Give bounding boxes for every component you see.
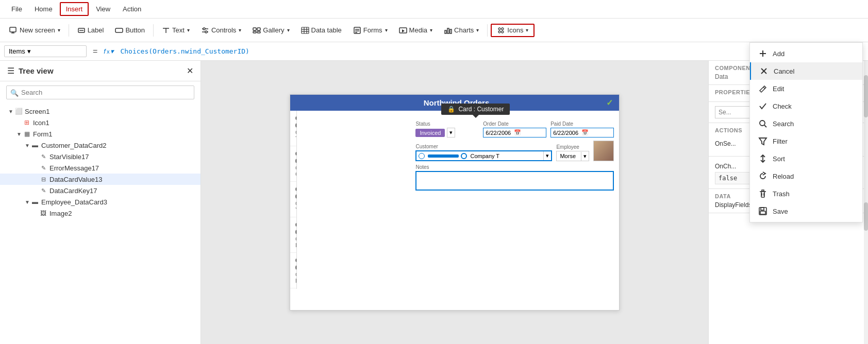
new-screen-chevron: ▾ bbox=[58, 27, 60, 33]
employee-dropdown-arrow[interactable]: ▾ bbox=[581, 152, 589, 161]
order-0933[interactable]: Order 0933 Company A New $ 736.00 › bbox=[290, 288, 297, 289]
separator-3 bbox=[487, 24, 488, 37]
reload-icon bbox=[758, 171, 767, 181]
controls-button[interactable]: Controls ▾ bbox=[196, 24, 246, 37]
dropdown-filter[interactable]: Filter bbox=[750, 132, 862, 150]
data-table-button[interactable]: Data table bbox=[296, 24, 347, 37]
gallery-button[interactable]: Gallery ▾ bbox=[247, 24, 294, 37]
tree-item-customer-datacard2[interactable]: ▼ ▬ Customer_DataCard2 bbox=[0, 140, 201, 151]
forms-button[interactable]: Forms ▾ bbox=[348, 24, 393, 37]
equals-sign: = bbox=[91, 47, 99, 56]
property-dropdown[interactable]: Items ▾ bbox=[4, 45, 87, 57]
right-panel-scrollbar[interactable] bbox=[864, 61, 868, 344]
menu-action[interactable]: Action bbox=[118, 3, 146, 15]
svg-rect-47 bbox=[760, 211, 765, 214]
separator-1 bbox=[69, 24, 69, 37]
calendar-icon-order: 📅 bbox=[514, 129, 521, 136]
dropdown-edit[interactable]: Edit bbox=[750, 80, 862, 97]
employee-datacard3-icon: ▬ bbox=[31, 198, 39, 206]
customer-datacard2-icon: ▬ bbox=[31, 141, 39, 149]
edit-icon bbox=[758, 84, 767, 93]
menu-view[interactable]: View bbox=[91, 3, 115, 15]
text-chevron: ▾ bbox=[187, 27, 190, 33]
main-layout: ☰ Tree view ✕ 🔍 ▼ ⬜ Screen1 ▼ ⊞ Icon1 bbox=[0, 61, 868, 344]
tree-label-icon1: Icon1 bbox=[33, 119, 49, 127]
lock-icon: 🔒 bbox=[447, 106, 455, 113]
menubar: File Home Insert View Action bbox=[0, 0, 868, 19]
button-button[interactable]: Button bbox=[110, 24, 150, 37]
icons-dropdown: Add Cancel Edit Check Search Filter bbox=[749, 42, 863, 222]
svg-point-30 bbox=[502, 28, 504, 30]
tree-label-customer-datacard2: Customer_DataCard2 bbox=[41, 142, 106, 149]
dropdown-cancel[interactable]: Cancel bbox=[750, 62, 862, 80]
customer-dropdown-arrow[interactable]: ▾ bbox=[543, 151, 551, 160]
order-0937[interactable]: Order 0937 Company CC Closed $ 3,810.00 … bbox=[290, 146, 297, 182]
menu-file[interactable]: File bbox=[6, 3, 27, 15]
screen-icon: ⬜ bbox=[14, 107, 23, 115]
customer-label: Customer bbox=[415, 144, 552, 149]
menu-home[interactable]: Home bbox=[29, 3, 58, 15]
scrollbar-thumb-bottom bbox=[864, 202, 868, 231]
order-date-field[interactable]: 6/22/2006 📅 bbox=[483, 128, 546, 137]
tree-item-starvisible17[interactable]: ▼ ✎ StarVisible17 bbox=[0, 151, 201, 162]
charts-button[interactable]: Charts ▾ bbox=[439, 24, 484, 37]
order-0934[interactable]: Order 0934 Company BB Closed $ 230.00 › bbox=[290, 253, 297, 288]
tree-item-screen1[interactable]: ▼ ⬜ Screen1 bbox=[0, 106, 201, 117]
tree-item-icon1[interactable]: ▼ ⊞ Icon1 bbox=[0, 117, 201, 128]
tree-label-employee-datacard3: Employee_DataCard3 bbox=[41, 198, 107, 206]
radio-off bbox=[419, 153, 425, 159]
menu-insert[interactable]: Insert bbox=[60, 2, 89, 16]
dropdown-trash[interactable]: Trash bbox=[750, 185, 862, 202]
text-button[interactable]: Text ▾ bbox=[157, 24, 195, 37]
svg-point-38 bbox=[760, 121, 765, 126]
svg-line-37 bbox=[763, 87, 765, 89]
icons-icon bbox=[497, 26, 505, 35]
order-0936[interactable]: Order 0936 Company Y Invoiced $ 1,170.00… bbox=[290, 182, 297, 217]
tree-arrow-employee-datacard3: ▼ bbox=[25, 199, 31, 205]
sidebar-header: ☰ Tree view ✕ bbox=[0, 61, 201, 81]
tree-item-datacardvalue13[interactable]: ▼ ⊟ DataCardValue13 bbox=[0, 174, 201, 185]
dropdown-trash-label: Trash bbox=[773, 190, 790, 198]
tree-item-datacardkey17[interactable]: ▼ ✎ DataCardKey17 bbox=[0, 185, 201, 196]
dropdown-check[interactable]: Check bbox=[750, 97, 862, 115]
tree-item-errormessage17[interactable]: ▼ ✎ ErrorMessage17 bbox=[0, 162, 201, 174]
slider-thumb bbox=[461, 153, 467, 159]
sidebar-close-button[interactable]: ✕ bbox=[187, 66, 193, 76]
new-screen-button[interactable]: New screen ▾ bbox=[4, 24, 65, 37]
dropdown-sort[interactable]: Sort bbox=[750, 150, 862, 167]
notes-input[interactable] bbox=[415, 171, 614, 191]
media-button[interactable]: Media ▾ bbox=[394, 24, 438, 37]
fx-label: f bbox=[104, 47, 106, 55]
tree-item-image2[interactable]: ▼ 🖼 Image2 bbox=[0, 208, 201, 219]
svg-line-39 bbox=[764, 125, 766, 127]
order-0935[interactable]: Order 0935 Company I Shipped $ 606.50 › bbox=[290, 217, 297, 253]
tree-arrow-screen1: ▼ bbox=[8, 109, 14, 114]
property-label: Items bbox=[9, 47, 25, 55]
fx-button[interactable]: fx ▾ bbox=[104, 47, 114, 55]
dropdown-add[interactable]: Add bbox=[750, 45, 862, 62]
tree-item-employee-datacard3[interactable]: ▼ ▬ Employee_DataCard3 bbox=[0, 196, 201, 208]
dropdown-search[interactable]: Search bbox=[750, 115, 862, 132]
icons-button[interactable]: Icons ▾ bbox=[491, 24, 535, 37]
svg-rect-28 bbox=[450, 29, 452, 33]
controls-icon bbox=[201, 26, 209, 35]
dropdown-save[interactable]: Save bbox=[750, 202, 862, 220]
order-0938[interactable]: Order 0938 ⚠ Company T Shipped $ 2,870.0… bbox=[290, 111, 297, 146]
svg-rect-42 bbox=[762, 190, 764, 192]
svg-rect-16 bbox=[302, 27, 309, 33]
datacardkey17-icon: ✎ bbox=[39, 186, 47, 195]
status-dropdown-icon[interactable]: ▾ bbox=[447, 128, 455, 137]
hamburger-icon[interactable]: ☰ bbox=[7, 66, 14, 76]
nw-order-list: Order 0938 ⚠ Company T Shipped $ 2,870.0… bbox=[290, 111, 297, 289]
gallery-icon bbox=[253, 26, 261, 35]
tree-item-form1[interactable]: ▼ ▦ Form1 bbox=[0, 128, 201, 140]
customer-input[interactable] bbox=[468, 152, 543, 160]
order-date-label: Order Date bbox=[483, 121, 546, 127]
label-button[interactable]: Label bbox=[72, 24, 109, 37]
save-icon bbox=[758, 207, 767, 216]
paid-date-field[interactable]: 6/22/2006 📅 bbox=[550, 128, 614, 137]
tooltip-arrow bbox=[473, 115, 479, 118]
dropdown-reload[interactable]: Reload bbox=[750, 167, 862, 185]
sidebar-search-input[interactable] bbox=[6, 85, 194, 99]
sidebar-search-area: 🔍 bbox=[0, 81, 201, 104]
